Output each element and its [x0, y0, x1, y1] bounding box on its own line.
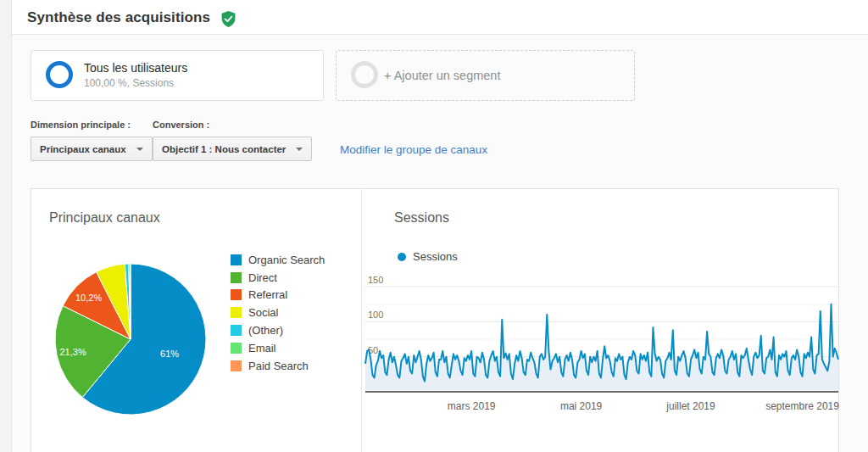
conversion-label: Conversion : [153, 120, 209, 130]
sessions-panel-title: Sessions [394, 210, 449, 226]
legend-label: Social [248, 306, 278, 319]
pie-panel-title: Principaux canaux [49, 210, 160, 226]
segment-detail: 100,00 %, Sessions [84, 77, 174, 89]
legend-swatch-icon [231, 325, 242, 336]
conversion-value: Objectif 1 : Nous contacter [162, 144, 286, 154]
edit-channel-group-link[interactable]: Modifier le groupe de canaux [340, 143, 487, 156]
y-axis-tick-label: 100 [368, 310, 383, 320]
legend-label: Paid Search [248, 360, 309, 372]
legend-swatch-icon [231, 254, 242, 265]
add-segment-button[interactable]: + Ajouter un segment [336, 50, 635, 101]
legend-item-email: Email [231, 339, 325, 357]
chevron-down-icon [296, 148, 303, 151]
pie-slice-label: 21,3% [60, 347, 86, 357]
primary-dimension-label: Dimension principale : [31, 120, 131, 130]
pie-slice-paid-search[interactable] [130, 264, 131, 339]
pie-legend: Organic SearchDirectReferralSocial(Other… [231, 251, 325, 375]
legend-item-direct: Direct [231, 269, 325, 287]
acquisition-overview-card: Principaux canaux 61%21,3%10,2% Organic … [31, 188, 839, 452]
x-axis-month-label: mars 2019 [448, 400, 496, 412]
segment-name: Tous les utilisateurs [84, 61, 187, 75]
x-axis-month-label: mai 2019 [560, 400, 603, 412]
page-title: Synthèse des acquisitions [27, 9, 210, 26]
pie-slice-label: 61% [160, 349, 179, 359]
pie-slice-label: 10,2% [75, 293, 102, 303]
legend-swatch-icon [231, 360, 242, 371]
add-segment-label: + Ajouter un segment [384, 69, 500, 82]
legend-item-organic-search: Organic Search [231, 251, 325, 269]
segment-ring-icon [46, 61, 73, 88]
legend-item-paid-search: Paid Search [231, 357, 325, 375]
channels-pie-chart[interactable]: 61%21,3%10,2% [54, 263, 207, 416]
y-axis-tick-label: 150 [368, 275, 383, 285]
segment-card-all-users[interactable]: Tous les utilisateurs 100,00 %, Sessions [31, 50, 324, 101]
page-container: Synthèse des acquisitions Tous les utili… [0, 0, 868, 452]
legend-swatch-icon [231, 289, 242, 300]
legend-label: Direct [248, 271, 277, 284]
legend-item-referral: Referral [231, 287, 325, 304]
legend-item-other: (Other) [231, 321, 325, 339]
legend-swatch-icon [231, 343, 242, 354]
x-axis-month-label: septembre 2019 [765, 400, 839, 412]
primary-dimension-value: Principaux canaux [40, 144, 126, 154]
chevron-down-icon [136, 148, 143, 151]
legend-swatch-icon [231, 307, 242, 318]
legend-item-social: Social [231, 304, 325, 321]
primary-dimension-dropdown[interactable]: Principaux canaux [31, 137, 153, 161]
verified-shield-icon[interactable] [221, 11, 236, 27]
legend-swatch-icon [231, 272, 242, 283]
left-rail [0, 0, 12, 452]
legend-label: Organic Search [248, 254, 325, 266]
segment-ring-icon-gray [351, 61, 378, 88]
legend-label: Referral [248, 288, 287, 301]
panel-divider [361, 189, 362, 452]
sessions-legend-label: Sessions [413, 250, 458, 263]
sessions-line-chart[interactable]: 50100150mars 2019mai 2019juillet 2019sep… [365, 276, 842, 425]
x-axis-month-label: juillet 2019 [665, 400, 715, 412]
sessions-legend-dot-icon [398, 253, 406, 261]
legend-label: (Other) [248, 324, 283, 337]
sessions-legend: Sessions [398, 250, 458, 263]
conversion-dropdown[interactable]: Objectif 1 : Nous contacter [153, 137, 312, 161]
header-bar: Synthèse des acquisitions [12, 0, 868, 35]
legend-label: Email [248, 342, 276, 354]
